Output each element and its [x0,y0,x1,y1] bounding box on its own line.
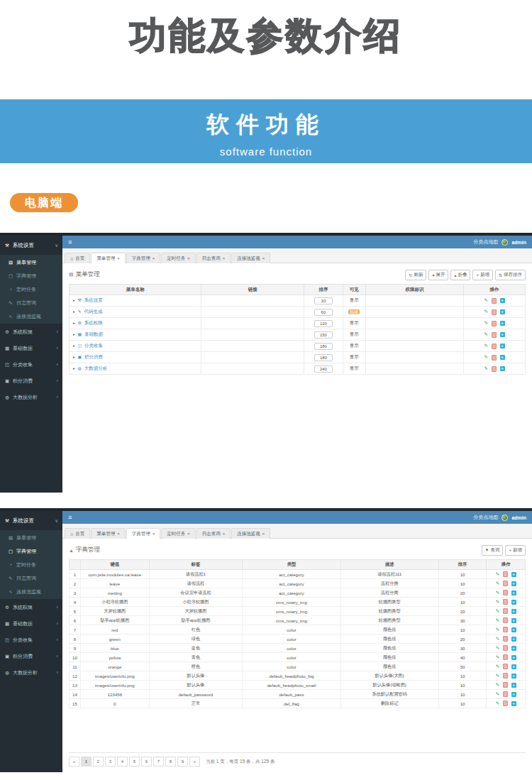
add-child-icon[interactable]: + [500,298,505,303]
edit-icon[interactable]: ✎ [496,654,499,659]
add-child-icon[interactable]: + [511,674,516,679]
sidebar-item-system-permissions[interactable]: ⚙ 系统权限 ‹ [0,324,62,340]
sidebar-item-base-data[interactable]: ▦ 基础数据 ‹ [0,340,62,356]
add-child-icon[interactable]: + [500,321,505,326]
sort-input[interactable]: 240 [314,366,333,373]
avatar[interactable] [501,239,508,246]
tab-pool-monitor[interactable]: 连接池监视 × [231,253,270,263]
sort-input[interactable]: 60 [314,309,333,316]
page-button[interactable]: 7 [153,757,164,767]
sidebar-item-base-data[interactable]: ▦ 基础数据 ‹ [0,615,62,632]
delete-icon[interactable] [492,298,497,304]
delete-icon[interactable] [492,332,497,338]
edit-icon[interactable]: ✎ [496,590,499,595]
close-icon[interactable]: × [187,256,190,260]
edit-icon[interactable]: ✎ [484,320,488,325]
edit-icon[interactable]: ✎ [496,682,499,687]
expand-caret-icon[interactable]: ▸ [73,332,75,336]
sidebar-item-points-consume[interactable]: ▣ 积分消费 ‹ [0,648,62,664]
expand-caret-icon[interactable]: ▸ [73,366,75,370]
add-child-icon[interactable]: + [511,572,516,577]
page-button[interactable]: 6 [141,757,152,767]
sort-input[interactable]: 120 [314,320,333,327]
edit-icon[interactable]: ✎ [496,571,499,576]
edit-icon[interactable]: ✎ [484,297,488,302]
expand-caret-icon[interactable]: ▸ [73,344,75,348]
add-child-icon[interactable]: + [511,600,516,605]
tab-scheduled-tasks[interactable]: 定时任务 × [161,528,196,539]
close-icon[interactable]: × [117,256,120,260]
close-icon[interactable]: × [117,532,120,536]
edit-icon[interactable]: ✎ [496,627,499,632]
query-button[interactable]: ▼ 查询 [482,545,504,556]
delete-icon[interactable] [492,355,497,361]
edit-icon[interactable]: ✎ [484,331,488,336]
menu-name-link[interactable]: 基础数据 [84,331,103,336]
sidebar-item-system-settings[interactable]: ⚒ 系统设置 ∨ [0,236,62,255]
username[interactable]: admin [511,240,526,245]
delete-icon[interactable] [503,590,508,595]
sidebar-item-dict-mgmt[interactable]: ▢ 字典管理 [0,544,62,558]
add-child-icon[interactable]: + [500,344,505,348]
menu-name-link[interactable]: 分类收集 [84,343,103,348]
add-child-icon[interactable]: + [511,692,516,697]
page-button[interactable]: 3 [105,757,116,767]
menu-name-link[interactable]: 大数据分析 [84,366,108,370]
avatar[interactable] [501,515,508,521]
sidebar-item-dict-mgmt[interactable]: ▢ 字典管理 [0,269,62,282]
sidebar-item-system-settings[interactable]: ⚒ 系统设置 ∨ [0,511,62,530]
page-button[interactable]: 2 [93,757,104,767]
delete-icon[interactable] [503,581,508,586]
sidebar-item-log-query[interactable]: ✎ 日志查询 [0,571,62,585]
tab-log-query[interactable]: 日志查询 × [196,253,231,263]
expand-caret-icon[interactable]: ▸ [73,309,75,314]
add-child-icon[interactable]: + [500,355,505,360]
edit-icon[interactable]: ✎ [484,366,488,370]
expand-caret-icon[interactable]: ▸ [73,355,75,359]
sidebar-item-system-permissions[interactable]: ⚙ 系统权限 ‹ [0,599,62,615]
username[interactable]: admin [511,515,526,520]
sidebar-item-log-query[interactable]: ✎ 日志查询 [0,296,62,309]
delete-icon[interactable] [503,673,508,679]
add-child-icon[interactable]: + [511,609,516,614]
sidebar-item-bigdata-analysis[interactable]: ◍ 大数据分析 ‹ [0,664,62,681]
edit-icon[interactable]: ✎ [484,309,488,314]
edit-icon[interactable]: ✎ [496,636,499,641]
tab-menu-mgmt[interactable]: 菜单管理 × [91,528,126,539]
sidebar-item-pool-monitor[interactable]: ∿ 连接池监视 [0,309,62,323]
delete-icon[interactable] [503,636,508,642]
delete-icon[interactable] [503,682,508,688]
add-child-icon[interactable]: + [500,332,505,337]
next-page-button[interactable]: » [189,757,200,767]
tab-scheduled-tasks[interactable]: 定时任务 × [161,253,196,263]
close-icon[interactable]: × [153,256,155,260]
add-child-icon[interactable]: + [511,701,516,706]
close-icon[interactable]: × [153,532,155,536]
page-button[interactable]: 1 [81,757,92,767]
menu-name-link[interactable]: 系统设置 [84,297,103,302]
add-button[interactable]: + 新增 [505,545,526,556]
sidebar-item-pool-monitor[interactable]: ∿ 连接池监视 [0,585,62,598]
add-child-icon[interactable]: + [511,683,516,688]
map-link[interactable]: 分类点地图 [473,514,498,521]
edit-icon[interactable]: ✎ [496,608,499,613]
close-icon[interactable]: × [223,532,226,536]
close-icon[interactable]: × [262,532,265,536]
edit-icon[interactable]: ✎ [484,343,488,348]
add-child-icon[interactable]: + [511,655,516,660]
expand-caret-icon[interactable]: ▸ [73,321,75,325]
tab-pool-monitor[interactable]: 连接池监视 × [231,528,270,539]
add-button[interactable]: + 新增 [472,270,493,280]
edit-icon[interactable]: ✎ [484,354,488,359]
delete-icon[interactable] [503,608,508,614]
edit-icon[interactable]: ✎ [496,691,499,696]
close-icon[interactable]: × [223,256,226,260]
sort-input[interactable]: 30 [314,297,333,304]
sidebar-item-points-consume[interactable]: ▣ 积分消费 ‹ [0,373,62,389]
delete-icon[interactable] [503,654,508,660]
expand-button[interactable]: ▾ 展开 [428,270,448,280]
add-child-icon[interactable]: + [511,637,516,642]
add-child-icon[interactable]: + [511,646,516,651]
sort-input[interactable]: 180 [314,343,333,350]
edit-icon[interactable]: ✎ [496,701,499,705]
